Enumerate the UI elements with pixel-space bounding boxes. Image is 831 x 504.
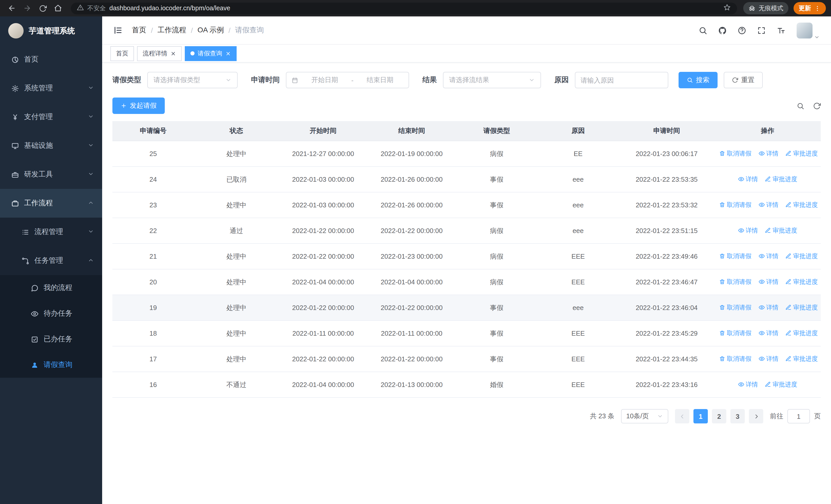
cell-reason: EEE <box>537 269 619 295</box>
help-icon[interactable] <box>738 26 746 35</box>
close-icon[interactable] <box>225 51 231 56</box>
user-avatar[interactable] <box>797 22 812 38</box>
table-row: 19 处理中 2022-01-22 00:00:00 2022-01-22 00… <box>112 295 821 321</box>
page-1-button[interactable]: 1 <box>693 409 708 423</box>
tab-process-detail[interactable]: 流程详情 <box>137 46 182 61</box>
leave-type-label: 请假类型 <box>112 76 141 85</box>
leave-type-select[interactable]: 请选择请假类型 <box>147 72 238 88</box>
page-size-select[interactable]: 10条/页 <box>621 409 668 423</box>
bookmark-star-icon[interactable] <box>723 3 731 13</box>
sidebar-item-payment-management[interactable]: 支付管理 <box>0 102 102 131</box>
cancel-leave-link[interactable]: 取消请假 <box>719 149 751 158</box>
sidebar-item-dev-tools[interactable]: 研发工具 <box>0 160 102 189</box>
table-row: 17 处理中 2022-01-22 00:00:00 2022-01-22 00… <box>112 346 821 372</box>
cell-start: 2022-01-04 00:00:00 <box>279 372 368 397</box>
reason-input[interactable] <box>575 72 668 88</box>
tab-leave-query[interactable]: 请假查询 <box>185 46 237 61</box>
back-icon[interactable] <box>5 2 19 15</box>
update-button[interactable]: 更新 <box>794 2 826 14</box>
sidebar-item-my-processes[interactable]: 我的流程 <box>0 275 102 301</box>
cancel-leave-link[interactable]: 取消请假 <box>719 252 751 261</box>
detail-link[interactable]: 详情 <box>758 303 778 312</box>
breadcrumb-oa-example[interactable]: OA 示例 <box>198 26 224 35</box>
sidebar-item-task-management[interactable]: 任务管理 <box>0 246 102 275</box>
col-header-end: 结束时间 <box>368 121 456 141</box>
detail-link[interactable]: 详情 <box>738 380 758 389</box>
progress-link[interactable]: 审批进度 <box>785 329 818 338</box>
cell-reason: EEE <box>537 321 619 346</box>
reset-button[interactable]: 重置 <box>724 72 763 88</box>
detail-link[interactable]: 详情 <box>738 175 758 184</box>
progress-link[interactable]: 审批进度 <box>765 226 797 235</box>
apply-time-range-picker[interactable]: 开始日期 - 结束日期 <box>286 72 409 88</box>
table-toolbar: 发起请假 <box>112 97 821 114</box>
sidebar-item-process-management[interactable]: 流程管理 <box>0 217 102 246</box>
breadcrumb-workflow[interactable]: 工作流程 <box>157 26 186 35</box>
eye-icon <box>758 202 765 208</box>
trash-icon <box>719 253 725 260</box>
create-leave-button[interactable]: 发起请假 <box>112 97 165 114</box>
sidebar-item-leave-query[interactable]: 请假查询 <box>0 352 102 378</box>
github-icon[interactable] <box>718 26 727 35</box>
fullscreen-icon[interactable] <box>757 26 766 35</box>
font-size-icon[interactable] <box>777 26 785 35</box>
detail-link[interactable]: 详情 <box>758 201 778 209</box>
prev-page-button[interactable] <box>675 409 689 423</box>
forward-icon[interactable] <box>21 2 34 15</box>
detail-link[interactable]: 详情 <box>758 329 778 338</box>
reset-button-label: 重置 <box>741 76 754 85</box>
close-icon[interactable] <box>170 51 176 56</box>
create-leave-label: 发起请假 <box>130 101 156 110</box>
menu-fold-icon[interactable] <box>113 26 123 35</box>
next-page-button[interactable] <box>749 409 763 423</box>
page-2-button[interactable]: 2 <box>712 409 726 423</box>
table-search-icon[interactable] <box>797 102 804 110</box>
edit-icon <box>785 253 792 260</box>
tab-home[interactable]: 首页 <box>110 46 134 61</box>
result-select[interactable]: 请选择流结果 <box>443 72 541 88</box>
detail-link[interactable]: 详情 <box>758 252 778 261</box>
sidebar-item-done-tasks[interactable]: 已办任务 <box>0 326 102 352</box>
progress-link[interactable]: 审批进度 <box>785 149 818 158</box>
detail-link[interactable]: 详情 <box>758 278 778 287</box>
table-refresh-icon[interactable] <box>813 102 821 110</box>
detail-link[interactable]: 详情 <box>758 355 778 363</box>
cancel-leave-link[interactable]: 取消请假 <box>719 355 751 363</box>
search-button[interactable]: 搜索 <box>679 72 718 88</box>
home-icon[interactable] <box>51 2 65 15</box>
avatar-caret-icon[interactable] <box>814 34 820 40</box>
cell-start: 2022-01-22 00:00:00 <box>279 218 368 243</box>
page-3-button[interactable]: 3 <box>730 409 745 423</box>
cancel-leave-link[interactable]: 取消请假 <box>719 278 751 287</box>
cell-start: 2022-01-22 00:00:00 <box>279 295 368 321</box>
cell-actions: 取消请假 详情 审批进度 <box>715 321 821 346</box>
detail-link[interactable]: 详情 <box>758 149 778 158</box>
url-bar[interactable]: 不安全 dashboard.yudao.iocoder.cn/bpm/oa/le… <box>71 2 737 14</box>
sidebar-item-system-management[interactable]: 系统管理 <box>0 74 102 102</box>
progress-link[interactable]: 审批进度 <box>765 380 797 389</box>
menu-kebab-icon[interactable] <box>814 5 821 11</box>
progress-link[interactable]: 审批进度 <box>785 252 818 261</box>
progress-link[interactable]: 审批进度 <box>785 303 818 312</box>
cancel-leave-link[interactable]: 取消请假 <box>719 329 751 338</box>
progress-link[interactable]: 审批进度 <box>785 201 818 209</box>
cell-reason: EE <box>537 141 619 167</box>
sidebar-item-label: 支付管理 <box>24 112 53 122</box>
goto-page-input[interactable] <box>787 409 810 423</box>
sidebar-item-infrastructure[interactable]: 基础设施 <box>0 131 102 160</box>
cancel-leave-link[interactable]: 取消请假 <box>719 201 751 209</box>
progress-link[interactable]: 审批进度 <box>765 175 797 184</box>
sidebar-item-workflow[interactable]: 工作流程 <box>0 189 102 217</box>
breadcrumb-separator: / <box>228 26 230 34</box>
sidebar-item-label: 流程管理 <box>34 227 63 237</box>
reload-icon[interactable] <box>36 2 49 15</box>
progress-link[interactable]: 审批进度 <box>785 278 818 287</box>
cancel-leave-link[interactable]: 取消请假 <box>719 303 751 312</box>
breadcrumb-home[interactable]: 首页 <box>132 26 146 35</box>
sidebar-item-home[interactable]: 首页 <box>0 45 102 74</box>
sidebar-item-todo-tasks[interactable]: 待办任务 <box>0 301 102 326</box>
detail-link[interactable]: 详情 <box>738 226 758 235</box>
search-icon[interactable] <box>698 26 707 35</box>
progress-link[interactable]: 审批进度 <box>785 355 818 363</box>
cell-id: 22 <box>112 218 194 243</box>
